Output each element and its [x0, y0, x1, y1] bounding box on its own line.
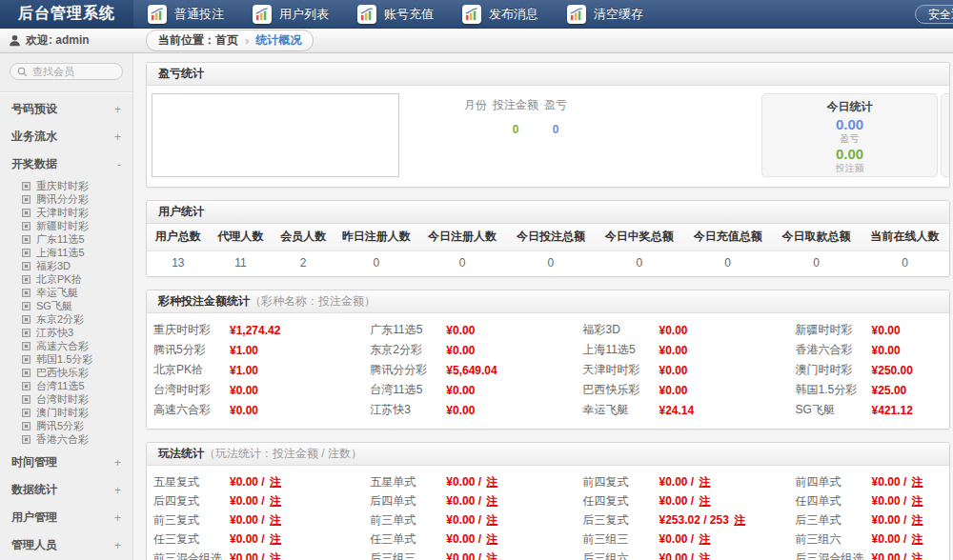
sidebar-item-lottery[interactable]: 台湾11选5	[0, 379, 132, 392]
sidebar: 号码预设 + 业务流水 + 开奖数据 - 重庆时时彩 腾讯分分彩 天津时时彩 新…	[0, 53, 133, 560]
lottery-amount: ¥0.00	[446, 324, 475, 337]
play-unit-link[interactable]: 注	[699, 494, 710, 508]
sidebar-group[interactable]: 开奖数据 -	[0, 150, 132, 178]
sidebar-group[interactable]: 用户管理 +	[0, 504, 132, 531]
play-unit-link[interactable]: 注	[486, 513, 497, 527]
play-stat-item: 后三组三 ¥0.00 / 注	[363, 549, 576, 560]
lottery-amounts-grid: 重庆时时彩 ¥1,274.42 广东11选5 ¥0.00 福彩3D ¥0.00 …	[147, 313, 949, 429]
play-unit-link[interactable]: 注	[270, 475, 281, 489]
sidebar-item-lottery[interactable]: 巴西快乐彩	[0, 366, 132, 379]
sidebar-item-lottery[interactable]: 腾讯5分彩	[0, 419, 132, 432]
play-unit-link[interactable]: 注	[486, 532, 497, 546]
sidebar-item-lottery[interactable]: 江苏快3	[0, 326, 132, 339]
user-table-value-row: 131120000000	[147, 251, 949, 277]
search-input[interactable]	[32, 66, 112, 77]
sidebar-group[interactable]: 业务流水 +	[0, 123, 132, 150]
sidebar-item-lottery[interactable]: 福彩3D	[0, 259, 132, 272]
expand-toggle-icon[interactable]: +	[114, 130, 121, 144]
play-name: 后四复式	[153, 493, 230, 510]
member-search-box[interactable]	[10, 63, 123, 80]
sidebar-item-lottery[interactable]: 天津时时彩	[0, 206, 132, 219]
expand-toggle-icon[interactable]: -	[117, 158, 121, 171]
profit-panel-header: 盈亏统计	[147, 63, 949, 86]
sidebar-group-label: 开奖数据	[11, 156, 57, 172]
play-unit-link[interactable]: 注	[486, 551, 497, 560]
sidebar-item-lottery[interactable]: 香港六合彩	[0, 432, 132, 446]
sidebar-item-lottery[interactable]: 北京PK拾	[0, 272, 132, 286]
sidebar-item-lottery[interactable]: 上海11选5	[0, 246, 132, 259]
lottery-amount: ¥0.00	[659, 324, 687, 337]
nav-item[interactable]: 清空缓存	[553, 0, 658, 28]
play-unit-link[interactable]: 注	[270, 513, 281, 527]
panel-title: 彩种投注金额统计	[158, 294, 250, 308]
nav-item[interactable]: 账号充值	[343, 0, 448, 28]
sidebar-group[interactable]: 数据统计 +	[0, 476, 132, 504]
sidebar-group-label: 数据统计	[11, 482, 57, 498]
play-unit-link[interactable]: 注	[699, 475, 710, 489]
play-unit-link[interactable]: 注	[734, 513, 745, 527]
sidebar-item-label: SG飞艇	[36, 300, 72, 311]
sidebar-item-lottery[interactable]: 重庆时时彩	[0, 179, 132, 192]
lottery-name: 天津时时彩	[582, 362, 659, 378]
today-stats-title: 今日统计	[762, 99, 937, 115]
expand-toggle-icon[interactable]: +	[114, 484, 121, 497]
sidebar-item-lottery[interactable]: 新疆时时彩	[0, 219, 132, 232]
play-unit-link[interactable]: 注	[699, 532, 710, 546]
sidebar-group[interactable]: 时间管理 +	[0, 449, 132, 476]
sidebar-group-label: 业务流水	[11, 129, 57, 145]
panel-title: 用户统计	[158, 205, 204, 218]
play-unit-link[interactable]: 注	[699, 551, 710, 560]
expand-toggle-icon[interactable]: +	[114, 456, 121, 470]
play-unit-link[interactable]: 注	[270, 551, 281, 560]
nav-item[interactable]: 普通投注	[133, 0, 238, 28]
play-unit-link[interactable]: 注	[912, 494, 923, 508]
user-table-column-header: 用户总数	[147, 224, 210, 251]
nav-item[interactable]: 用户列表	[238, 0, 343, 28]
sidebar-item-label: 台湾11选5	[36, 380, 85, 391]
play-unit-link[interactable]: 注	[912, 513, 923, 527]
sidebar-item-lottery[interactable]: 韩国1.5分彩	[0, 352, 132, 366]
play-unit-link[interactable]: 注	[270, 494, 281, 508]
lottery-name: SG飞艇	[796, 402, 872, 418]
sidebar-item-label: 高速六合彩	[36, 340, 89, 351]
play-unit-link[interactable]: 注	[486, 475, 497, 489]
breadcrumb-prefix[interactable]: 当前位置：首页	[158, 32, 238, 49]
play-unit-link[interactable]: 注	[270, 532, 281, 546]
bet-amount-value: 0	[490, 123, 541, 136]
play-unit-link[interactable]: 注	[912, 475, 923, 489]
sidebar-item-lottery[interactable]: 高速六合彩	[0, 339, 132, 352]
breadcrumb-current[interactable]: 统计概况	[255, 32, 301, 49]
play-amount: ¥0.00 / 注	[446, 512, 497, 529]
play-unit-link[interactable]: 注	[912, 532, 923, 546]
expand-toggle-icon[interactable]: +	[114, 103, 121, 116]
sidebar-item-lottery[interactable]: SG飞艇	[0, 299, 132, 312]
logout-button[interactable]: 安全退出	[915, 5, 953, 24]
play-unit-link[interactable]: 注	[486, 494, 497, 508]
nav-item-label: 普通投注	[174, 6, 224, 23]
sidebar-item-lottery[interactable]: 广东11选5	[0, 232, 132, 246]
sidebar-item-lottery[interactable]: 台湾时时彩	[0, 392, 132, 406]
lottery-stat-item: 福彩3D ¥0.00	[576, 320, 788, 340]
sidebar-item-lottery[interactable]: 澳门时时彩	[0, 406, 132, 419]
expand-toggle-icon[interactable]: +	[114, 539, 121, 552]
user-table-cell: 0	[418, 251, 507, 277]
lottery-name: 幸运飞艇	[582, 402, 659, 418]
chart-icon	[357, 5, 376, 24]
sidebar-item-lottery[interactable]: 东京2分彩	[0, 312, 132, 326]
sidebar-group[interactable]: 号码预设 +	[0, 95, 132, 123]
play-name: 前三组三	[582, 531, 659, 548]
main-content: 盈亏统计 月份 投注金额 盈亏 0 0 今日统	[133, 53, 953, 560]
play-name: 任三复式	[153, 531, 230, 548]
user-table-cell: 0	[683, 251, 772, 277]
sidebar-item-lottery[interactable]: 幸运飞艇	[0, 286, 132, 299]
sidebar-group[interactable]: 管理人员 +	[0, 531, 132, 559]
expand-toggle-icon[interactable]: +	[114, 511, 121, 525]
nav-item[interactable]: 发布消息	[448, 0, 553, 28]
sidebar-item-lottery[interactable]: 腾讯分分彩	[0, 192, 132, 206]
play-stat-item: 前四复式 ¥0.00 / 注	[576, 472, 788, 491]
today-profit-value: 0.00	[762, 116, 937, 132]
lottery-amount: ¥0.00	[659, 344, 687, 357]
lottery-stat-item: 巴西快乐彩 ¥0.00	[576, 380, 788, 400]
play-unit-link[interactable]: 注	[912, 551, 923, 560]
lottery-amount: ¥0.00	[446, 404, 475, 417]
